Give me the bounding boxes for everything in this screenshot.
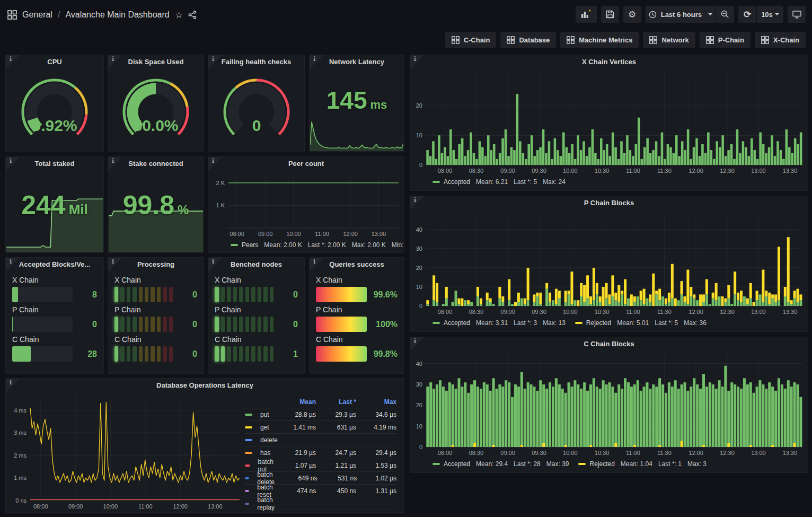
panel-info-corner[interactable] [310, 55, 323, 69]
p-chain-blocks-chart[interactable]: 01020304008:0008:3009:0009:3010:0010:301… [410, 210, 808, 317]
info-icon: i [10, 158, 12, 164]
svg-text:12:30: 12:30 [720, 450, 735, 456]
panel-title[interactable]: Database Operations Latency [6, 379, 404, 392]
row-c-chain: 99.8% [316, 346, 398, 362]
panel-title[interactable]: Total staked [6, 157, 103, 171]
panel-title[interactable]: P Chain Blocks [410, 196, 808, 210]
panel-disk: iDisk Space Used50.0% [108, 55, 204, 152]
db-latency-chart[interactable]: 4 ms3 ms2 ms1 ms0 ns08:0009:0010:0011:00… [6, 392, 245, 511]
panel-info-corner[interactable] [108, 55, 122, 69]
panel-info-corner[interactable] [410, 337, 424, 351]
bar-gauge-fill [12, 346, 31, 362]
panel-info-corner[interactable] [6, 379, 20, 392]
info-icon: i [414, 338, 416, 344]
refresh-interval-picker[interactable]: 10s [757, 6, 783, 23]
panel-info-corner[interactable] [6, 258, 20, 271]
dashboard-settings-button[interactable]: ⚙ [623, 6, 641, 23]
page-title[interactable]: Avalanche Main Dashboard [65, 10, 169, 20]
legend-item-rejected[interactable]: RejectedMean: 5.01Last *: 5Max: 36 [575, 319, 707, 327]
svg-text:09:00: 09:00 [500, 309, 515, 315]
zoom-out-time-button[interactable] [716, 6, 734, 23]
legend-item-accepted[interactable]: AcceptedMean: 6.21Last *: 5Max: 24 [433, 178, 566, 186]
dashboard-grid-icon [452, 36, 460, 44]
svg-text:12:30: 12:30 [720, 309, 735, 315]
panel-title[interactable]: Processing [108, 258, 204, 271]
row-label: C Chain [12, 335, 97, 344]
panel-info-corner[interactable] [108, 258, 122, 271]
panel-title[interactable]: C Chain Blocks [410, 337, 808, 351]
legend-item-peers[interactable]: PeersMean: 2.00 KLast *: 2.00 KMax: 2.00… [231, 241, 404, 249]
legend-item-accepted[interactable]: AcceptedMean: 3.31Last *: 3Max: 13 [433, 319, 566, 327]
panel-info-corner[interactable] [6, 157, 20, 171]
led-segment [221, 287, 225, 302]
panel-info-corner[interactable] [6, 55, 20, 69]
legend-table-header-cell[interactable]: Mean [276, 398, 316, 406]
panel-title[interactable]: Network Latency [310, 55, 404, 69]
led-segment [233, 317, 237, 332]
panel-info-corner[interactable] [208, 157, 222, 171]
max-value: 29.4 µs [356, 449, 396, 457]
stake-connected-value: 99.8% [108, 190, 204, 221]
led-segment [245, 317, 250, 332]
nav-link-database[interactable]: Database [500, 32, 556, 48]
svg-text:11:00: 11:00 [626, 450, 640, 456]
row-value: 8 [78, 290, 97, 300]
led-segment [151, 287, 154, 302]
nav-link-p-chain[interactable]: P-Chain [700, 32, 751, 48]
legend-table-row-delete: delete [245, 434, 396, 446]
panel-info-corner[interactable] [208, 258, 222, 271]
svg-text:09:00: 09:00 [258, 231, 273, 237]
panel-info-corner[interactable] [410, 55, 424, 69]
series-toggle[interactable]: get [245, 424, 276, 431]
nav-link-c-chain[interactable]: C-Chain [445, 32, 497, 48]
share-icon[interactable] [188, 11, 197, 19]
series-toggle[interactable]: delete [245, 436, 278, 444]
c-chain-blocks-chart[interactable]: 01020304008:0008:3009:0009:3010:0010:301… [410, 351, 808, 458]
nav-link-machine-metrics[interactable]: Machine Metrics [560, 32, 639, 48]
panel-title[interactable]: Disk Space Used [108, 55, 204, 69]
last-value: 1.21 µs [316, 462, 356, 469]
panel-title[interactable]: Accepted Blocks/Ve... [6, 258, 103, 271]
legend-table-row-batch-replay: batch replay [245, 497, 396, 510]
row-label: P Chain [215, 305, 298, 314]
legend-table-header-cell[interactable]: Max [356, 398, 396, 406]
panel-title[interactable]: Stake connected [108, 157, 204, 171]
legend-item-accepted[interactable]: AcceptedMean: 29.4Last *: 28Max: 39 [433, 460, 569, 468]
clock-icon [649, 11, 657, 19]
time-range-picker[interactable]: Last 6 hours [646, 6, 716, 23]
row-value: 0 [178, 349, 197, 359]
panel-info-corner[interactable] [108, 157, 122, 171]
series-toggle[interactable]: has [245, 449, 276, 457]
legend-color-marker [245, 452, 252, 454]
legend-item-rejected[interactable]: RejectedMean: 1.04Last *: 1Max: 3 [578, 460, 706, 468]
save-dashboard-button[interactable] [601, 6, 619, 23]
panel-info-corner[interactable] [410, 196, 424, 210]
legend-table-header-cell[interactable]: Last * [316, 398, 356, 406]
x-chain-vertices-chart[interactable]: 0102008:0008:3009:0009:3010:0010:3011:00… [410, 69, 808, 176]
panel-title[interactable]: Peer count [208, 157, 404, 171]
panel-title[interactable]: CPU [6, 55, 103, 69]
refresh-interval-label: 10s [761, 11, 773, 19]
nav-link-x-chain[interactable]: X-Chain [755, 32, 806, 48]
add-panel-button[interactable] [576, 6, 597, 23]
panel-title[interactable]: Queries success [310, 258, 404, 271]
panel-title[interactable]: X Chain Vertices [410, 55, 808, 69]
series-toggle[interactable]: put [245, 411, 276, 418]
legend-table-row-get: get1.41 ms631 µs4.19 ms [245, 421, 396, 434]
breadcrumb-section[interactable]: General [22, 10, 52, 20]
dashboards-grid-icon[interactable] [7, 10, 17, 20]
panel-title[interactable]: Benched nodes [208, 258, 304, 271]
favorite-star-icon[interactable]: ☆ [175, 10, 183, 21]
cycle-view-mode-button[interactable] [788, 6, 806, 23]
svg-text:08:30: 08:30 [469, 450, 484, 456]
peer-count-chart[interactable]: 2 K1 K08:0009:0010:0011:0012:0013:00 [208, 171, 404, 239]
svg-text:11:30: 11:30 [657, 309, 672, 315]
series-toggle[interactable]: batch replay [245, 496, 278, 511]
panel-info-corner[interactable] [310, 258, 323, 271]
legend-color-marker [575, 322, 582, 324]
panel-title[interactable]: Failing health checks [208, 55, 304, 69]
refresh-button[interactable]: ⟳ [738, 6, 756, 23]
nav-link-network[interactable]: Network [643, 32, 695, 48]
row-label: P Chain [114, 305, 197, 314]
panel-info-corner[interactable] [208, 55, 222, 69]
